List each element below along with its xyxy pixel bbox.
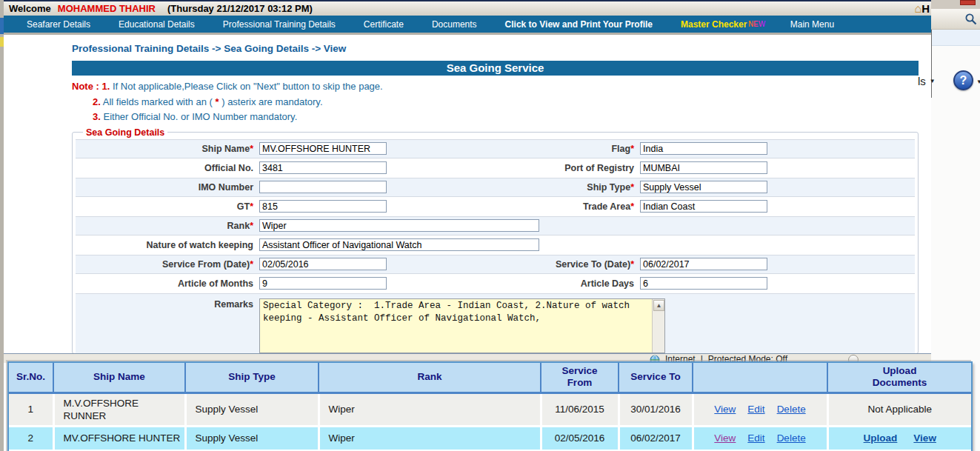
port-of-registry-input[interactable]: [640, 161, 767, 174]
search-icon[interactable]: [964, 13, 978, 26]
main-nav: Seafarer Details Educational Details Pro…: [4, 16, 931, 35]
ship-name-input[interactable]: [259, 142, 387, 155]
field-label-article-months: Article of Months: [76, 278, 259, 289]
cell-ship-type: Supply Vessel: [185, 392, 319, 426]
edit-link[interactable]: Edit: [747, 404, 764, 415]
col-header-actions: [693, 363, 827, 392]
delete-link[interactable]: Delete: [777, 432, 806, 444]
nav-educational-details[interactable]: Educational Details: [104, 19, 209, 30]
nav-certificate[interactable]: Certificate: [350, 19, 418, 30]
form-row: Nature of watch keeping: [76, 235, 915, 255]
col-header-service-to: Service To: [619, 363, 693, 392]
browser-chrome-strip: [931, 30, 980, 46]
form-row: Official No. Port of Registry: [76, 158, 915, 178]
upload-link[interactable]: Upload: [864, 432, 898, 444]
nav-documents[interactable]: Documents: [418, 19, 491, 30]
browser-tools-fragment[interactable]: ls ▼: [918, 75, 936, 87]
imo-number-input[interactable]: [259, 181, 387, 193]
sea-service-records-table: Sr.No. Ship Name Ship Type Rank Service …: [7, 361, 973, 451]
form-row: Service From (Date)* Service To (Date)*: [76, 255, 915, 274]
window-titlebar: Welcome MOHAMMED THAHIR (Thursday 21/12/…: [4, 0, 931, 16]
field-label-imo-number: IMO Number: [76, 182, 259, 193]
service-to-input[interactable]: [640, 258, 767, 270]
form-row: IMO Number Ship Type*: [76, 178, 915, 197]
rank-input[interactable]: [259, 219, 539, 232]
cell-upload-documents: UploadView: [827, 426, 971, 450]
trade-area-input[interactable]: [640, 200, 767, 213]
flag-input[interactable]: [640, 142, 767, 155]
article-days-input[interactable]: [640, 277, 767, 290]
field-label-watch-keeping: Nature of watch keeping: [76, 240, 259, 250]
home-icon[interactable]: ⌂H: [914, 2, 930, 16]
field-label-port-of-registry: Port of Registry: [387, 163, 640, 173]
form-row: GT* Trade Area*: [76, 197, 915, 216]
cell-sr-no: 1: [9, 392, 53, 426]
form-row: Article of Months Article Days: [76, 274, 915, 293]
col-header-upload-documents: Upload Documents: [827, 363, 971, 392]
edit-link[interactable]: Edit: [747, 432, 764, 444]
cell-service-to: 30/01/2016: [619, 392, 693, 426]
cell-ship-name: M.V.OFFSHORE RUNNER: [53, 392, 185, 426]
official-no-input[interactable]: [259, 161, 387, 174]
view-link[interactable]: View: [714, 432, 736, 444]
breadcrumb: Professional Training Details -> Sea Goi…: [72, 43, 931, 54]
col-header-ship-name: Ship Name: [53, 363, 185, 392]
field-label-remarks: Remarks: [76, 294, 259, 310]
remarks-textarea[interactable]: Special Category : 1.Trade Area - Indian…: [260, 299, 652, 353]
datetime: (Thursday 21/12/2017 03:12 PM): [167, 3, 313, 14]
col-header-ship-type: Ship Type: [185, 363, 319, 392]
help-button[interactable]: ?: [953, 70, 973, 90]
field-label-ship-name: Ship Name*: [76, 144, 259, 154]
field-label-trade-area: Trade Area*: [387, 201, 640, 212]
scrollbar-up-icon[interactable]: ▲: [653, 300, 664, 311]
col-header-service-from: Service From: [541, 363, 619, 392]
upload-view-link[interactable]: View: [913, 432, 936, 444]
note-3: 3. Either Official No. or IMO Number man…: [72, 110, 931, 125]
sea-going-details-fieldset: Sea Going Details Ship Name* Flag* Offic…: [72, 127, 919, 354]
username: MOHAMMED THAHIR: [58, 3, 156, 14]
cell-rank: Wiper: [319, 426, 541, 450]
chevron-down-icon: ▼: [976, 78, 980, 85]
field-label-service-to: Service To (Date)*: [387, 259, 640, 270]
chevron-down-icon: ▼: [930, 78, 936, 84]
page-title: Sea Going Service: [447, 61, 544, 74]
welcome-label: Welcome: [9, 3, 51, 14]
table-header-row: Sr.No. Ship Name Ship Type Rank Service …: [9, 363, 971, 392]
form-row-remarks: Remarks Special Category : 1.Trade Area …: [76, 293, 915, 354]
help-icon: ?: [960, 74, 967, 87]
fieldset-legend: Sea Going Details: [83, 127, 167, 138]
nav-professional-training-details[interactable]: Professional Training Details: [209, 19, 350, 30]
cell-ship-type: Supply Vessel: [185, 426, 319, 450]
field-label-official-no: Official No.: [76, 163, 259, 173]
watch-keeping-input[interactable]: [259, 238, 539, 251]
close-button-fragment[interactable]: [960, 0, 976, 5]
browser-search-toolbar: [931, 9, 980, 30]
nav-seafarer-details[interactable]: Seafarer Details: [13, 19, 104, 30]
cell-service-to: 06/02/2017: [619, 426, 693, 450]
field-label-rank: Rank*: [76, 221, 259, 231]
table-row: 1 M.V.OFFSHORE RUNNER Supply Vessel Wipe…: [9, 392, 971, 426]
form-row: Rank*: [76, 216, 915, 235]
browser-titlebar-fragment: [931, 0, 980, 9]
field-label-ship-type: Ship Type*: [387, 182, 640, 193]
field-label-gt: GT*: [76, 201, 259, 212]
col-header-sr-no: Sr.No.: [9, 363, 53, 392]
nav-view-print-profile[interactable]: Click to View and Print Your Profile: [491, 19, 667, 30]
new-badge[interactable]: NEW: [748, 20, 765, 28]
nav-main-menu[interactable]: Main Menu: [776, 19, 848, 30]
cell-sr-no: 2: [9, 426, 53, 450]
delete-link[interactable]: Delete: [777, 404, 806, 415]
gt-input[interactable]: [259, 200, 387, 213]
ship-type-input[interactable]: [640, 181, 767, 193]
view-link[interactable]: View: [714, 404, 736, 415]
cell-service-from: 11/06/2015: [541, 392, 619, 426]
cell-service-from: 02/05/2016: [541, 426, 619, 450]
field-label-flag: Flag*: [387, 144, 640, 154]
cell-upload-documents: Not Applicable: [827, 392, 971, 426]
cell-actions: ViewEditDelete: [693, 392, 827, 426]
textarea-scrollbar[interactable]: ▲: [652, 299, 664, 353]
cell-ship-name: MV.OFFSHORE HUNTER: [53, 426, 185, 450]
article-months-input[interactable]: [259, 277, 387, 290]
service-from-input[interactable]: [259, 258, 387, 270]
nav-master-checker[interactable]: Master Checker: [667, 19, 748, 30]
